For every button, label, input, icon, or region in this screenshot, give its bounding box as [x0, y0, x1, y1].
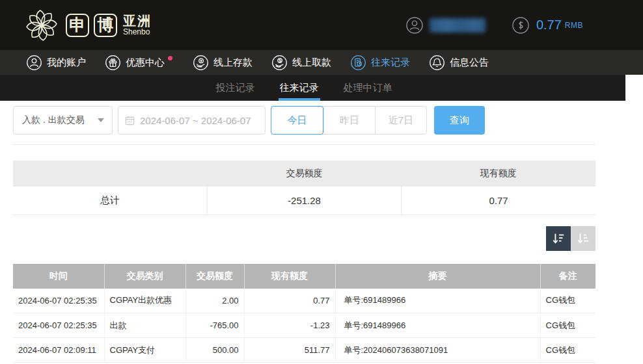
nav-label: 线上存款 — [213, 57, 253, 69]
sub-tabs: 投注记录 往来记录 处理中订单 — [0, 75, 625, 101]
type-select-value: 入款 . 出款交易 — [22, 114, 85, 126]
nav-item-deposit[interactable]: 线上存款 — [193, 55, 253, 71]
notification-dot — [168, 56, 172, 60]
col-header-note: 备注 — [540, 264, 595, 289]
cell-time: 2024-06-07 02:09:11 — [13, 338, 104, 363]
nav-item-my-account[interactable]: 我的账户 — [26, 55, 86, 71]
cell-balance: 511.77 — [244, 338, 335, 363]
col-header-summary: 摘要 — [335, 264, 540, 289]
nav-item-announcements[interactable]: 信息公告 — [429, 55, 489, 71]
nav-label: 线上取款 — [292, 57, 331, 69]
col-header-type: 交易类别 — [104, 264, 185, 289]
cell-note: CG钱包 — [540, 338, 595, 363]
topbar-right: 0.77 RMB — [405, 16, 583, 34]
tab-betting-records[interactable]: 投注记录 — [215, 75, 256, 101]
logo-subtitle-text: Shenbo — [123, 28, 152, 36]
summary-header-empty — [13, 161, 207, 187]
date-range-input[interactable]: 2024-06-07 ~ 2024-06-07 — [118, 106, 266, 135]
cell-note: CG钱包 — [540, 289, 595, 313]
cell-time: 2024-06-07 02:25:35 — [13, 313, 104, 338]
today-button[interactable]: 今日 — [271, 106, 323, 135]
table-row: 2024-06-07 02:09:11 CGPAY支付 500.00 511.7… — [13, 338, 595, 363]
yesterday-button[interactable]: 昨日 — [323, 107, 375, 134]
summary-total-label: 总计 — [13, 187, 207, 214]
summary-header-row: 交易额度 现有额度 — [13, 161, 595, 187]
tab-transaction-records[interactable]: 往来记录 — [279, 75, 320, 101]
transaction-type-select[interactable]: 入款 . 出款交易 — [13, 106, 113, 135]
topbar: 申 博 亚洲 Shenbo 0.77 RMB — [0, 0, 643, 50]
records-header-row: 时间 交易类别 交易额度 现有额度 摘要 备注 — [13, 264, 595, 289]
content: 入款 . 出款交易 2024-06-07 ~ 2024-06-07 今日 昨日 … — [13, 106, 595, 363]
logo-char-shen: 申 — [66, 14, 89, 37]
balance-currency: RMB — [565, 21, 583, 30]
cell-summary: 单号:202406073638071091 — [335, 338, 540, 363]
deposit-icon — [193, 55, 209, 71]
summary-header-transaction: 交易额度 — [207, 161, 401, 187]
nav-item-transaction-records[interactable]: 往来记录 — [350, 55, 410, 71]
search-button[interactable]: 查询 — [434, 106, 485, 135]
cell-summary: 单号:691489966 — [335, 313, 540, 338]
records-icon — [350, 55, 366, 71]
logo-wordmark: 亚洲 Shenbo — [123, 14, 152, 36]
nav-item-withdrawal[interactable]: 线上取款 — [271, 55, 331, 71]
cell-type: CGPAY支付 — [104, 338, 185, 363]
sort-ascending-icon — [576, 231, 590, 246]
cell-balance: -1.23 — [244, 313, 335, 338]
tab-pending-orders[interactable]: 处理中订单 — [342, 75, 394, 101]
calendar-icon — [125, 116, 135, 125]
col-header-balance: 现有额度 — [244, 264, 335, 289]
cell-amount: 500.00 — [185, 338, 244, 363]
summary-total-balance: 0.77 — [402, 187, 595, 214]
last-7-days-button[interactable]: 近7日 — [375, 107, 426, 134]
cell-balance: 0.77 — [244, 289, 335, 313]
col-header-time: 时间 — [13, 264, 104, 289]
user-icon — [405, 16, 424, 34]
logo-flower-icon — [22, 6, 61, 45]
nav-label: 我的账户 — [47, 57, 86, 69]
user-account[interactable] — [405, 16, 486, 34]
logo-char-bo: 博 — [94, 14, 117, 37]
quick-range-group: 今日 昨日 近7日 — [271, 106, 427, 135]
balance[interactable]: 0.77 RMB — [512, 16, 583, 34]
cell-time: 2024-06-07 02:25:35 — [13, 289, 104, 313]
cell-type: CGPAY出款优惠 — [104, 289, 185, 313]
summary-total-transaction: -251.28 — [207, 187, 401, 214]
cell-note: CG钱包 — [540, 313, 595, 338]
dollar-icon — [512, 16, 530, 34]
table-row: 2024-06-07 02:25:35 出款 -765.00 -1.23 单号:… — [13, 313, 595, 338]
logo-region-text: 亚洲 — [123, 14, 152, 28]
cell-amount: -765.00 — [185, 313, 244, 338]
table-row: 2024-06-07 02:25:35 CGPAY出款优惠 2.00 0.77 … — [13, 289, 595, 313]
chevron-down-icon — [98, 118, 104, 122]
cell-amount: 2.00 — [185, 289, 244, 313]
summary-total-row: 总计 -251.28 0.77 — [13, 187, 595, 214]
date-range-value: 2024-06-07 ~ 2024-06-07 — [140, 115, 251, 126]
gift-icon — [105, 55, 121, 71]
withdraw-icon — [271, 55, 288, 71]
records-table: 时间 交易类别 交易额度 现有额度 摘要 备注 2024-06-07 02:25… — [13, 264, 595, 363]
summary-table: 交易额度 现有额度 总计 -251.28 0.77 — [13, 161, 595, 215]
cell-summary: 单号:691489966 — [335, 289, 540, 313]
main-nav: 我的账户 优惠中心 线上存款 线上取款 — [0, 50, 643, 75]
balance-amount: 0.77 — [536, 18, 562, 32]
nav-label: 信息公告 — [450, 57, 489, 69]
user-icon — [26, 55, 42, 71]
col-header-amount: 交易额度 — [185, 264, 244, 289]
summary-header-balance: 现有额度 — [402, 161, 595, 187]
sort-descending-icon — [551, 231, 566, 246]
filter-row: 入款 . 出款交易 2024-06-07 ~ 2024-06-07 今日 昨日 … — [13, 106, 595, 135]
username-redacted — [430, 18, 486, 32]
divider — [13, 144, 595, 145]
sort-descending-button[interactable] — [546, 226, 571, 251]
bell-icon — [429, 55, 445, 71]
nav-item-promotions[interactable]: 优惠中心 — [105, 55, 174, 71]
sort-controls — [13, 226, 595, 251]
sort-ascending-button[interactable] — [571, 226, 595, 251]
cell-type: 出款 — [104, 313, 185, 338]
logo[interactable]: 申 博 亚洲 Shenbo — [22, 6, 152, 45]
nav-label: 优惠中心 — [126, 57, 165, 69]
nav-label: 往来记录 — [371, 57, 410, 69]
